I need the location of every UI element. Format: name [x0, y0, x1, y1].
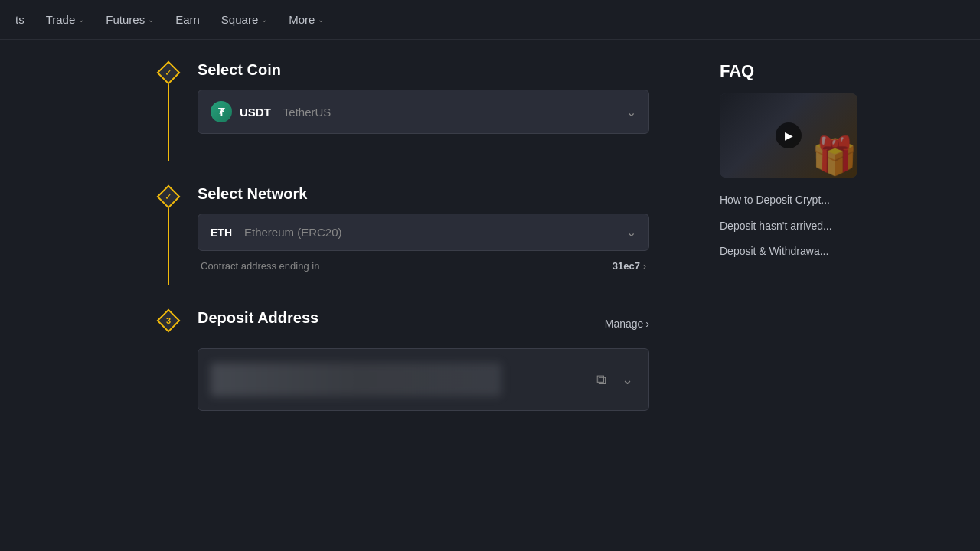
step-3-indicator: 3 — [153, 312, 184, 329]
faq-video-card[interactable]: ▶ 🎁 — [720, 93, 858, 178]
nav-item-futures[interactable]: Futures ⌄ — [106, 13, 154, 26]
nav-item-earn[interactable]: Earn — [175, 13, 200, 26]
step-2-check-icon: ✓ — [165, 191, 172, 202]
manage-chevron-icon: › — [645, 318, 649, 330]
contract-value-link[interactable]: 31ec7 › — [612, 260, 646, 272]
network-name: Ethereum (ERC20) — [244, 226, 342, 239]
coin-select-dropdown[interactable]: ₮ USDT TetherUS ⌄ — [198, 90, 649, 134]
stepper-area: ✓ Select Coin ₮ USDT TetherUS ⌄ — [153, 61, 689, 551]
coin-dropdown-chevron-icon: ⌄ — [626, 105, 636, 119]
address-expand-icon[interactable]: ⌄ — [619, 368, 636, 391]
nav-label-trade: Trade — [46, 13, 76, 26]
step-2-indicator: ✓ — [153, 188, 184, 285]
contract-address-row: Contract address ending in 31ec7 › — [198, 260, 649, 272]
coin-dropdown-left: ₮ USDT TetherUS — [211, 101, 331, 122]
faq-title: FAQ — [720, 61, 903, 81]
play-icon: ▶ — [785, 129, 793, 142]
main-content: ✓ Select Coin ₮ USDT TetherUS ⌄ — [0, 40, 980, 551]
more-chevron-icon: ⌄ — [318, 15, 324, 24]
address-actions: ⧉ ⌄ — [593, 368, 636, 391]
step-2-diamond: ✓ — [156, 184, 180, 208]
nav-label-ts: ts — [15, 13, 24, 26]
manage-link[interactable]: Manage › — [605, 318, 649, 330]
network-symbol: ETH — [211, 227, 232, 239]
step-1-diamond: ✓ — [156, 60, 180, 84]
step-3-diamond: 3 — [156, 308, 180, 332]
nav-item-ts[interactable]: ts — [15, 13, 24, 26]
faq-links: How to Deposit Crypt... Deposit hasn't a… — [720, 193, 903, 259]
contract-hash: 31ec7 — [612, 260, 640, 272]
square-chevron-icon: ⌄ — [261, 15, 267, 24]
usdt-coin-icon: ₮ — [211, 101, 232, 122]
nav-item-more[interactable]: More ⌄ — [289, 13, 324, 26]
nav-label-earn: Earn — [175, 13, 200, 26]
contract-chevron-icon: › — [643, 261, 646, 272]
nav-item-square[interactable]: Square ⌄ — [221, 13, 267, 26]
network-dropdown-chevron-icon: ⌄ — [626, 225, 636, 240]
coin-symbol: USDT — [240, 106, 271, 119]
futures-chevron-icon: ⌄ — [148, 15, 154, 24]
nav-label-more: More — [289, 13, 315, 26]
navbar: ts Trade ⌄ Futures ⌄ Earn Square ⌄ More … — [0, 0, 980, 40]
faq-link-1[interactable]: How to Deposit Crypt... — [720, 193, 903, 208]
faq-video-background: ▶ 🎁 — [720, 93, 858, 178]
address-blurred-content — [211, 363, 501, 396]
network-dropdown-left: ETH Ethereum (ERC20) — [211, 226, 342, 239]
step-1-row: ✓ Select Coin ₮ USDT TetherUS ⌄ — [153, 61, 689, 161]
step-3-row: 3 Deposit Address Manage › ⧉ ⌄ — [153, 309, 689, 411]
manage-label: Manage — [605, 318, 644, 330]
step-1-indicator: ✓ — [153, 64, 184, 161]
faq-panel: FAQ ▶ 🎁 How to Deposit Crypt... Deposit … — [720, 61, 903, 551]
step-1-check-icon: ✓ — [165, 67, 172, 78]
contract-label: Contract address ending in — [201, 260, 319, 272]
network-select-dropdown[interactable]: ETH Ethereum (ERC20) ⌄ — [198, 214, 649, 251]
nav-label-square: Square — [221, 13, 258, 26]
deposit-address-box: ⧉ ⌄ — [198, 348, 649, 411]
faq-link-2[interactable]: Deposit hasn't arrived... — [720, 219, 903, 234]
step-1-title: Select Coin — [198, 61, 689, 79]
nav-label-futures: Futures — [106, 13, 145, 26]
step-2-line — [168, 208, 169, 285]
play-button[interactable]: ▶ — [776, 122, 802, 148]
step-1-content: Select Coin ₮ USDT TetherUS ⌄ — [184, 61, 689, 134]
step-3-number-icon: 3 — [166, 316, 171, 325]
trade-chevron-icon: ⌄ — [78, 15, 84, 24]
faq-link-3[interactable]: Deposit & Withdrawa... — [720, 244, 903, 259]
video-decoration: 🎁 — [812, 135, 858, 178]
copy-address-button[interactable]: ⧉ — [593, 369, 609, 391]
step-3-title: Deposit Address — [198, 309, 318, 327]
step-2-row: ✓ Select Network ETH Ethereum (ERC20) ⌄ … — [153, 185, 689, 285]
coin-name: TetherUS — [283, 106, 332, 119]
step-3-content: Deposit Address Manage › ⧉ ⌄ — [184, 309, 689, 411]
step-1-line — [168, 84, 169, 161]
deposit-header: Deposit Address Manage › — [198, 309, 649, 337]
step-2-content: Select Network ETH Ethereum (ERC20) ⌄ Co… — [184, 185, 689, 272]
step-2-title: Select Network — [198, 185, 689, 203]
nav-item-trade[interactable]: Trade ⌄ — [46, 13, 85, 26]
